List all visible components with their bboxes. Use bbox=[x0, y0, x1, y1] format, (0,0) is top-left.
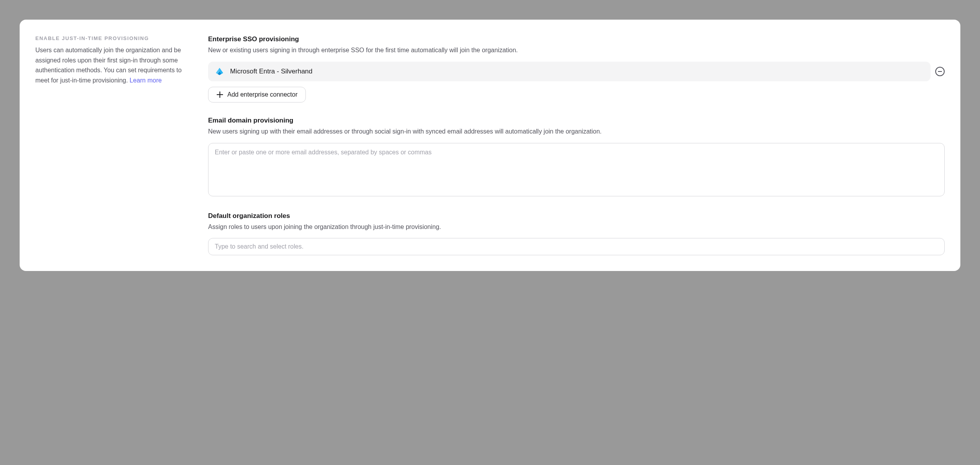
roles-section: Default organization roles Assign roles … bbox=[208, 212, 945, 256]
connector-chip: Microsoft Entra - Silverhand bbox=[208, 62, 931, 81]
roles-description: Assign roles to users upon joining the o… bbox=[208, 222, 945, 232]
settings-card: Enable Just-in-Time Provisioning Users c… bbox=[20, 20, 960, 271]
section-description: Users can automatically join the organiz… bbox=[35, 45, 185, 85]
remove-connector-button[interactable] bbox=[935, 67, 945, 76]
connector-row: Microsoft Entra - Silverhand bbox=[208, 62, 945, 81]
sso-description: New or existing users signing in through… bbox=[208, 46, 945, 55]
roles-search-input[interactable] bbox=[208, 238, 945, 255]
email-domain-title: Email domain provisioning bbox=[208, 117, 945, 124]
plus-icon bbox=[216, 91, 223, 98]
sso-section: Enterprise SSO provisioning New or exist… bbox=[208, 35, 945, 103]
add-button-label: Add enterprise connector bbox=[227, 91, 298, 98]
connector-name: Microsoft Entra - Silverhand bbox=[230, 68, 313, 75]
sso-title: Enterprise SSO provisioning bbox=[208, 35, 945, 43]
sidebar-info: Enable Just-in-Time Provisioning Users c… bbox=[35, 35, 185, 255]
email-domain-description: New users signing up with their email ad… bbox=[208, 127, 945, 137]
learn-more-link[interactable]: Learn more bbox=[130, 77, 162, 84]
main-content: Enterprise SSO provisioning New or exist… bbox=[208, 35, 945, 255]
entra-icon bbox=[215, 67, 224, 76]
email-domain-input[interactable] bbox=[208, 143, 945, 196]
add-enterprise-connector-button[interactable]: Add enterprise connector bbox=[208, 87, 306, 103]
section-label: Enable Just-in-Time Provisioning bbox=[35, 35, 185, 41]
minus-icon bbox=[938, 71, 942, 72]
email-domain-section: Email domain provisioning New users sign… bbox=[208, 117, 945, 198]
roles-title: Default organization roles bbox=[208, 212, 945, 220]
